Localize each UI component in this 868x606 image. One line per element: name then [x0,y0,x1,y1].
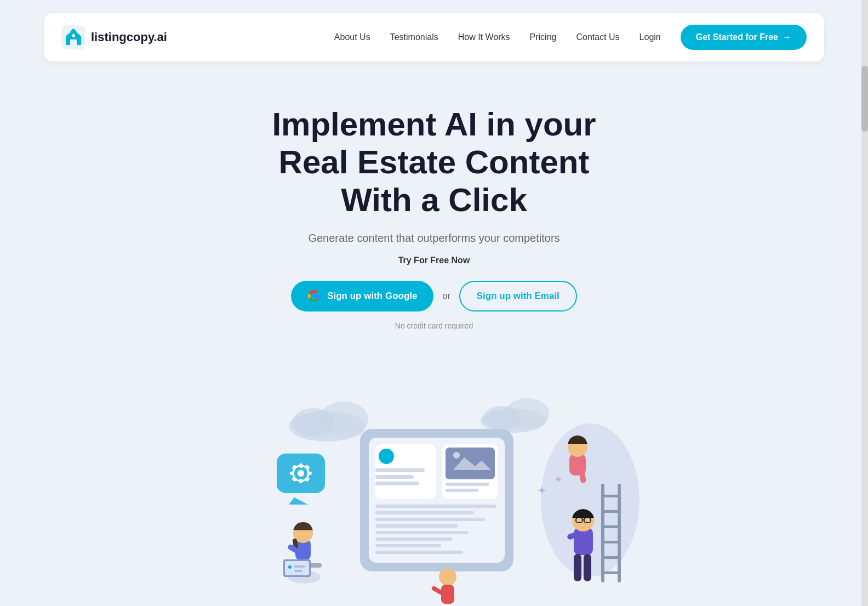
svg-point-70 [439,568,456,586]
svg-point-48 [288,565,292,569]
navbar: listingcopy.ai About Us Testimonials How… [44,13,824,61]
svg-rect-56 [601,495,621,497]
try-free-label: Try For Free Now [11,256,857,265]
svg-rect-13 [375,468,425,472]
svg-rect-24 [375,524,458,528]
nav-about-us[interactable]: About Us [334,32,370,42]
nav-how-it-works[interactable]: How It Works [458,32,510,42]
signup-buttons: Sign up with Google or Sign up with Emai… [11,281,857,312]
svg-point-7 [483,406,522,430]
svg-rect-47 [285,561,309,575]
svg-point-18 [453,452,460,458]
svg-rect-35 [307,472,312,475]
svg-rect-25 [375,531,469,534]
svg-rect-68 [574,554,581,581]
hero-title: Implement AI in your Real Estate Content… [242,105,626,219]
illustration-area [215,374,653,604]
svg-rect-54 [601,484,604,582]
hero-illustration [229,374,639,604]
svg-point-31 [298,470,304,477]
svg-rect-22 [375,511,474,514]
svg-rect-19 [446,483,489,486]
scrollbar-thumb[interactable] [861,66,868,132]
svg-rect-61 [601,571,621,574]
svg-rect-57 [601,510,621,513]
svg-rect-21 [375,505,496,508]
svg-rect-33 [299,479,302,483]
svg-rect-14 [375,475,414,479]
svg-point-1 [72,34,75,37]
svg-rect-34 [290,472,294,475]
svg-rect-20 [446,489,478,492]
svg-rect-49 [294,565,305,568]
svg-point-4 [293,408,334,437]
logo-icon [61,25,85,49]
svg-rect-27 [375,544,441,547]
svg-rect-32 [299,463,302,468]
nav-testimonials[interactable]: Testimonials [390,32,438,42]
svg-rect-23 [375,518,485,521]
nav-links: About Us Testimonials How It Works Prici… [334,25,807,50]
hero-subtitle: Generate content that outperforms your c… [11,232,857,245]
google-signup-button[interactable]: Sign up with Google [291,281,433,312]
hero-section: Implement AI in your Real Estate Content… [0,61,868,352]
nav-login[interactable]: Login [639,32,661,42]
svg-rect-58 [601,525,621,528]
scrollbar[interactable] [861,0,868,606]
svg-rect-55 [618,484,621,582]
brand-name: listingcopy.ai [91,30,167,44]
svg-rect-60 [601,556,621,559]
nav-pricing[interactable]: Pricing [530,32,557,42]
svg-point-12 [379,449,394,464]
get-started-button[interactable]: Get Started for Free → [681,25,807,50]
logo-link[interactable]: listingcopy.ai [61,25,167,49]
google-icon [307,290,321,303]
email-signup-button[interactable]: Sign up with Email [459,281,577,312]
svg-rect-28 [375,551,463,554]
svg-rect-15 [375,482,419,485]
svg-rect-26 [375,537,452,541]
no-credit-label: No credit card required [11,321,857,330]
svg-rect-50 [294,570,302,572]
svg-rect-59 [601,541,621,543]
nav-contact-us[interactable]: Contact Us [576,32,619,42]
svg-rect-69 [584,554,591,581]
or-separator: or [442,291,450,301]
